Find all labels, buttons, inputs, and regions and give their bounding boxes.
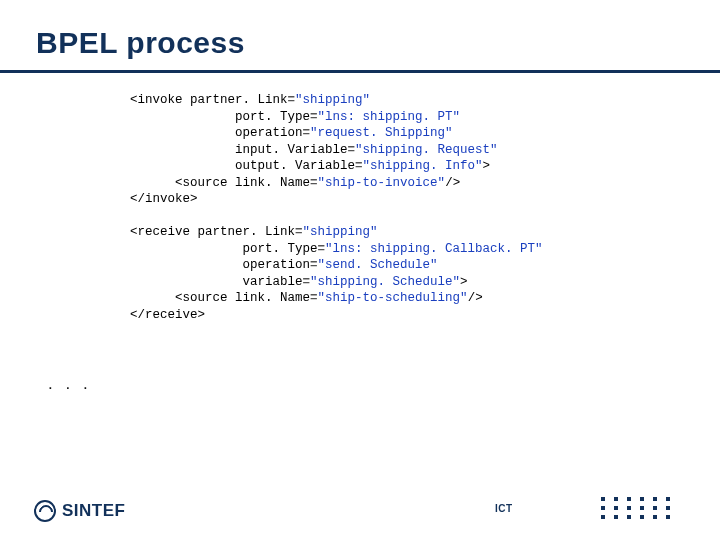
slide: BPEL process <invoke partner. Link="ship… bbox=[0, 0, 720, 540]
t: = bbox=[303, 126, 311, 140]
t: = bbox=[310, 110, 318, 124]
t: receive bbox=[138, 225, 191, 239]
t: = bbox=[310, 291, 318, 305]
t: < bbox=[175, 291, 183, 305]
t: invoke bbox=[138, 93, 183, 107]
t: "shipping. Schedule" bbox=[310, 275, 460, 289]
t: < bbox=[130, 93, 138, 107]
logo-icon bbox=[34, 500, 56, 522]
t: operation bbox=[243, 258, 311, 272]
t: "request. Shipping" bbox=[310, 126, 453, 140]
code-block: <invoke partner. Link="shipping" port. T… bbox=[130, 92, 543, 323]
t: "send. Schedule" bbox=[318, 258, 438, 272]
t: "ship-to-invoice" bbox=[318, 176, 446, 190]
t: input. Variable bbox=[235, 143, 348, 157]
t: < bbox=[175, 176, 183, 190]
ellipsis: . . . bbox=[48, 374, 92, 394]
t: link. Name bbox=[235, 291, 310, 305]
t: "shipping. Info" bbox=[363, 159, 483, 173]
t: "lns: shipping. Callback. PT" bbox=[325, 242, 543, 256]
t: port. Type bbox=[243, 242, 318, 256]
t: = bbox=[318, 242, 326, 256]
logo: SINTEF bbox=[34, 500, 125, 522]
t: </receive> bbox=[130, 308, 205, 322]
t: = bbox=[295, 225, 303, 239]
t: operation bbox=[235, 126, 303, 140]
page-title: BPEL process bbox=[36, 26, 245, 60]
t: = bbox=[310, 258, 318, 272]
t: "shipping" bbox=[295, 93, 370, 107]
t: > bbox=[483, 159, 491, 173]
t: = bbox=[303, 275, 311, 289]
footer-label: ICT bbox=[495, 503, 513, 514]
t: link. Name bbox=[235, 176, 310, 190]
t: = bbox=[355, 159, 363, 173]
t: variable bbox=[243, 275, 303, 289]
t: = bbox=[310, 176, 318, 190]
t: "ship-to-scheduling" bbox=[318, 291, 468, 305]
t: </invoke> bbox=[130, 192, 198, 206]
title-underline bbox=[0, 70, 720, 73]
t: > bbox=[460, 275, 468, 289]
t: port. Type bbox=[235, 110, 310, 124]
footer: SINTEF ICT bbox=[0, 494, 720, 540]
t: output. Variable bbox=[235, 159, 355, 173]
logo-text: SINTEF bbox=[62, 501, 125, 521]
t: = bbox=[348, 143, 356, 157]
t: partner. Link bbox=[190, 93, 288, 107]
t: source bbox=[183, 291, 228, 305]
t: "lns: shipping. PT" bbox=[318, 110, 461, 124]
dot-grid-icon bbox=[601, 497, 674, 522]
t: < bbox=[130, 225, 138, 239]
t: partner. Link bbox=[198, 225, 296, 239]
t: source bbox=[183, 176, 228, 190]
t: "shipping. Request" bbox=[355, 143, 498, 157]
t: /> bbox=[445, 176, 460, 190]
t: = bbox=[288, 93, 296, 107]
t: /> bbox=[468, 291, 483, 305]
t: "shipping" bbox=[303, 225, 378, 239]
